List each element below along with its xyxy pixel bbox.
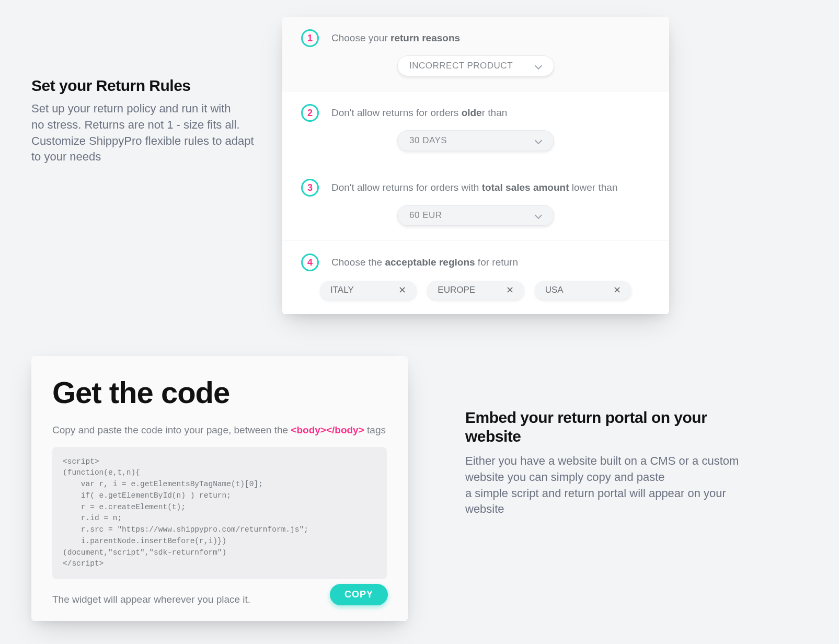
reason-select-value: INCORRECT PRODUCT [409,61,513,71]
rule-row-regions: 4 Choose the acceptable regions for retu… [282,241,669,314]
region-tag-europe[interactable]: EUROPE ✕ [427,281,524,300]
body-tag-highlight: <body></body> [291,424,364,435]
code-instruction: Copy and paste the code into your page, … [52,423,387,438]
region-tag-italy[interactable]: ITALY ✕ [320,281,417,300]
region-tag-label: EUROPE [438,285,475,295]
close-icon[interactable]: ✕ [613,284,621,296]
rule-label-regions: Choose the acceptable regions for return [331,257,518,268]
rule-row-amount: 3 Don't allow returns for orders with to… [282,166,669,241]
rule-row-older: 2 Don't allow returns for orders older t… [282,91,669,166]
rule-label-reasons: Choose your return reasons [331,32,460,44]
rule-row-reasons: 1 Choose your return reasons INCORRECT P… [282,17,669,91]
amount-select-value: 60 EUR [409,210,442,221]
embed-heading: Embed your return portal on your website [465,408,748,446]
amount-select[interactable]: 60 EUR [397,205,554,226]
close-icon[interactable]: ✕ [398,284,406,296]
code-snippet[interactable]: <script> (function(e,t,n){ var r, i = e.… [52,447,387,580]
rule-number-2: 2 [301,104,319,122]
embed-body: Either you have a website built on a CMS… [465,453,748,518]
return-rules-card: 1 Choose your return reasons INCORRECT P… [282,17,669,314]
rule-label-older: Don't allow returns for orders older tha… [331,107,507,119]
get-code-heading: Get the code [52,375,387,410]
copy-button[interactable]: COPY [330,584,388,605]
region-tag-label: ITALY [330,285,354,295]
rule-label-amount: Don't allow returns for orders with tota… [331,182,617,193]
return-rules-body: Set up your return policy and run it wit… [31,101,256,165]
chevron-down-icon [535,137,542,144]
older-select-value: 30 DAYS [409,135,447,146]
reason-select[interactable]: INCORRECT PRODUCT [397,55,554,76]
chevron-down-icon [535,62,542,70]
get-code-card: Get the code Copy and paste the code int… [31,356,408,621]
rule-number-4: 4 [301,254,319,271]
rule-number-3: 3 [301,179,319,197]
region-tag-usa[interactable]: USA ✕ [535,281,631,300]
older-select[interactable]: 30 DAYS [397,130,554,151]
close-icon[interactable]: ✕ [506,284,514,296]
rule-number-1: 1 [301,29,319,47]
return-rules-heading: Set your Return Rules [31,77,256,95]
region-tag-label: USA [545,285,564,295]
chevron-down-icon [535,212,542,219]
